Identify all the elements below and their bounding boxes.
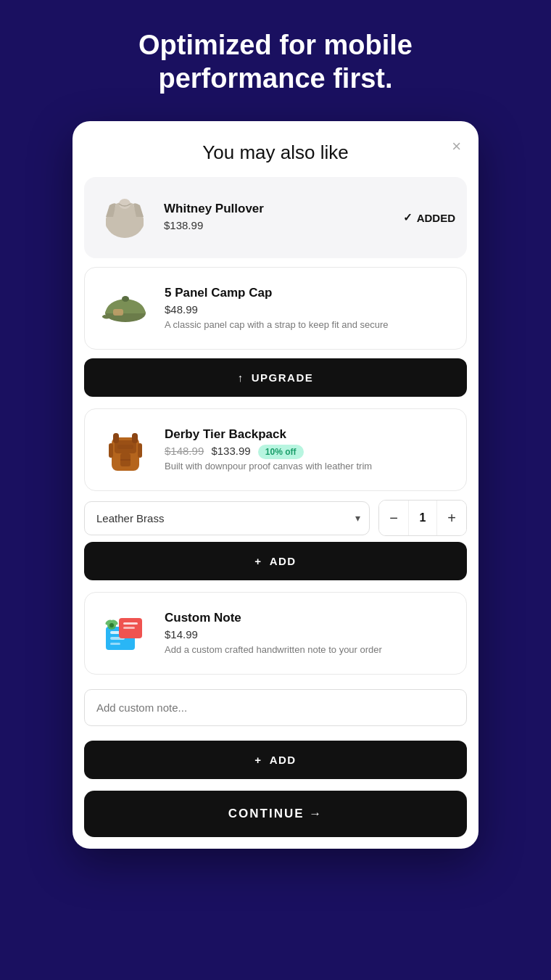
svg-point-25 xyxy=(109,623,114,627)
quantity-increase-button[interactable]: + xyxy=(437,501,466,535)
note-add-icon: + xyxy=(254,754,262,766)
product-item-whitney: Whitney Pullover $138.99 ✓ ADDED xyxy=(84,177,467,258)
discount-badge: 10% off xyxy=(258,445,304,459)
svg-rect-8 xyxy=(117,445,133,449)
custom-note-input[interactable] xyxy=(84,689,467,726)
cap-icon xyxy=(97,280,154,337)
note-add-button[interactable]: + ADD xyxy=(84,741,467,779)
variant-select[interactable]: Leather Brass Black Cordura Navy Canvas xyxy=(85,502,369,535)
backpack-old-price: $148.99 xyxy=(165,445,204,457)
svg-point-2 xyxy=(119,199,130,209)
upgrade-label: UPGRADE xyxy=(252,371,314,384)
quantity-decrease-button[interactable]: − xyxy=(379,501,408,535)
close-button[interactable]: × xyxy=(452,139,461,155)
cap-price: $48.99 xyxy=(165,303,455,316)
svg-rect-4 xyxy=(113,309,123,316)
svg-rect-13 xyxy=(109,443,113,458)
backpack-image xyxy=(96,421,154,479)
variant-select-wrapper: Leather Brass Black Cordura Navy Canvas … xyxy=(84,501,370,535)
note-desc: Add a custom crafted handwritten note to… xyxy=(165,643,455,656)
added-badge: ✓ ADDED xyxy=(403,211,455,224)
backpack-desc: Built with downpour proof canvas with le… xyxy=(165,460,455,473)
sweater-icon xyxy=(96,189,153,246)
upgrade-icon: ↑ xyxy=(238,371,244,384)
upgrade-button[interactable]: ↑ UPGRADE xyxy=(84,358,467,397)
cap-desc: A classic panel cap with a strap to keep… xyxy=(165,318,455,332)
whitney-info: Whitney Pullover $138.99 xyxy=(164,202,393,234)
continue-button[interactable]: CONTINUE → xyxy=(84,791,467,837)
svg-rect-18 xyxy=(110,643,120,645)
backpack-icon xyxy=(97,421,154,478)
modal-header: You may also like × xyxy=(72,121,478,177)
add-label: ADD xyxy=(270,555,297,567)
svg-rect-21 xyxy=(123,627,135,629)
cap-image xyxy=(96,279,154,337)
product-item-note: Custom Note $14.99 Add a custom crafted … xyxy=(84,592,467,675)
cap-info: 5 Panel Camp Cap $48.99 A classic panel … xyxy=(165,286,455,332)
whitney-image xyxy=(96,189,154,247)
note-icon xyxy=(97,605,154,662)
svg-rect-14 xyxy=(138,443,142,458)
variant-row: Leather Brass Black Cordura Navy Canvas … xyxy=(84,500,467,536)
note-image xyxy=(96,604,154,662)
product-item-backpack: Derby Tier Backpack $148.99 $133.99 10% … xyxy=(84,408,467,491)
svg-rect-20 xyxy=(123,622,138,625)
backpack-add-button[interactable]: + ADD xyxy=(84,542,467,580)
whitney-name: Whitney Pullover xyxy=(164,202,393,216)
note-info: Custom Note $14.99 Add a custom crafted … xyxy=(165,611,455,656)
backpack-current-price: $133.99 xyxy=(211,445,250,457)
cap-name: 5 Panel Camp Cap xyxy=(165,286,455,300)
backpack-name: Derby Tier Backpack xyxy=(165,427,455,442)
svg-rect-11 xyxy=(113,433,119,443)
quantity-value: 1 xyxy=(408,501,437,535)
check-icon: ✓ xyxy=(403,211,413,224)
note-name: Custom Note xyxy=(165,611,455,625)
svg-point-5 xyxy=(122,296,129,302)
product-item-cap: 5 Panel Camp Cap $48.99 A classic panel … xyxy=(84,267,467,350)
note-add-label: ADD xyxy=(270,754,297,766)
modal-card: You may also like × Whitney Pullover $13… xyxy=(72,121,478,849)
backpack-price: $148.99 $133.99 10% off xyxy=(165,445,455,457)
whitney-price: $138.99 xyxy=(164,219,393,231)
quantity-controls: − 1 + xyxy=(378,500,467,536)
svg-rect-12 xyxy=(132,433,138,443)
add-icon: + xyxy=(254,555,262,567)
note-price: $14.99 xyxy=(165,628,455,641)
page-headline: Optimized for mobile performance first. xyxy=(138,29,413,95)
modal-title: You may also like xyxy=(202,141,348,163)
continue-label: CONTINUE → xyxy=(228,807,323,821)
backpack-info: Derby Tier Backpack $148.99 $133.99 10% … xyxy=(165,427,455,473)
